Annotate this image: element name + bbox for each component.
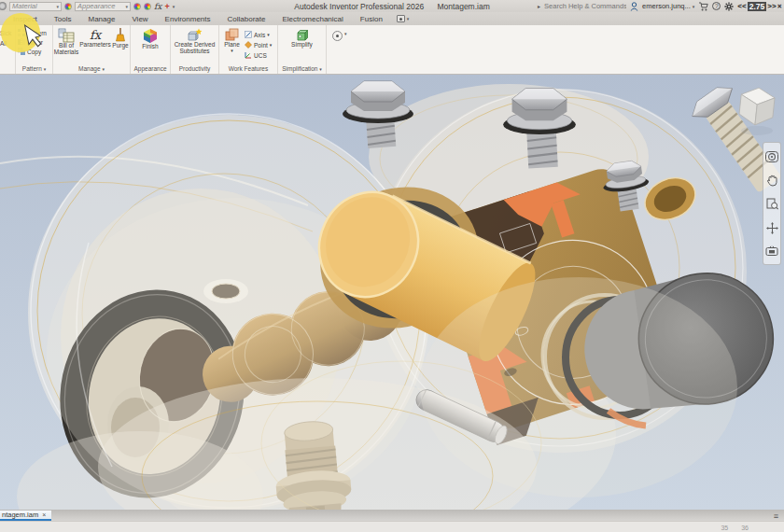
- view-cube-shadow: [741, 126, 773, 135]
- finish-icon: [142, 28, 159, 44]
- appearance-combo[interactable]: Appearance ▾: [75, 2, 131, 11]
- manage-panel-label[interactable]: Manage ▾: [53, 65, 130, 72]
- axis-button[interactable]: Axis ▾: [245, 30, 272, 39]
- occurrence-counts: 35 36: [721, 525, 749, 531]
- zoom-icon[interactable]: [766, 198, 778, 210]
- status-bar: 35 36: [0, 521, 784, 532]
- work-features-panel-label: Work Features: [219, 65, 277, 72]
- chevron-down-icon: ▾: [693, 4, 695, 9]
- relationships-panel: Sick All: [0, 25, 16, 74]
- quick-access-toolbar: Material ▾ Appearance ▾ fx + ▾: [0, 2, 175, 11]
- mirror-button[interactable]: Mirror: [16, 37, 52, 47]
- speed-close-icon[interactable]: ✕: [777, 3, 782, 10]
- document-tab-label: ntagem.iam: [2, 511, 38, 519]
- collapse-search-icon[interactable]: ▸: [538, 3, 540, 9]
- document-tab-active[interactable]: ntagem.iam ×: [0, 511, 51, 521]
- tab-list-menu-icon[interactable]: ≡: [774, 511, 778, 521]
- user-icon: [630, 2, 638, 11]
- speed-down-button[interactable]: <<: [737, 2, 746, 10]
- productivity-panel: Create Derived Substitutes Productivity: [171, 25, 219, 74]
- pan-hand-icon[interactable]: [766, 175, 778, 187]
- navigation-wheel-icon[interactable]: [765, 150, 778, 163]
- tab-close-icon[interactable]: ×: [42, 511, 46, 518]
- ucs-button[interactable]: UCS: [245, 50, 272, 60]
- pattern-icon: [18, 29, 25, 36]
- tab-collaborate[interactable]: Collaborate: [219, 12, 274, 25]
- chevron-down-icon: ▾: [56, 4, 59, 9]
- ribbon-display-icon: [397, 15, 405, 22]
- look-at-icon[interactable]: [765, 245, 778, 257]
- derived-substitutes-icon: [187, 28, 203, 42]
- speed-up-button[interactable]: >>: [767, 2, 776, 10]
- chevron-down-icon: ▾: [407, 16, 410, 21]
- appearance-panel: Finish Appearance: [131, 25, 171, 74]
- purge-broom-icon: [115, 28, 126, 43]
- tab-electromechanical[interactable]: Electromechanical: [273, 12, 351, 25]
- user-menu[interactable]: emerson.junq... ▾: [642, 2, 694, 10]
- product-title: Autodesk Inventor Professional 2026: [294, 2, 424, 11]
- copy-icon: [18, 48, 25, 55]
- adjust-color-icon[interactable]: [133, 3, 141, 10]
- plane-icon: [225, 28, 240, 42]
- point-button[interactable]: Point ▾: [245, 40, 272, 49]
- tab-fusion[interactable]: Fusion: [352, 12, 391, 25]
- point-icon: [245, 41, 252, 49]
- pattern-panel-label[interactable]: Pattern ▾: [16, 65, 52, 72]
- add-icon[interactable]: +: [164, 2, 169, 11]
- show-sick-button[interactable]: Sick: [0, 28, 15, 38]
- playback-speed-control: << 2.75 >> ✕: [737, 2, 782, 11]
- model-viewport[interactable]: [0, 75, 784, 510]
- assembly-scene: [0, 75, 784, 510]
- gear-icon[interactable]: [724, 2, 734, 11]
- work-features-panel: Plane ▾ Axis ▾ Point ▾ UCS Work Features: [219, 25, 278, 74]
- chevron-down-icon: ▾: [125, 4, 128, 9]
- material-combo-value: Material: [12, 2, 37, 10]
- qat-customize-caret-icon[interactable]: ▾: [173, 4, 175, 9]
- pattern-panel: Pattern Mirror Copy Pattern ▾: [16, 25, 53, 74]
- store-cart-icon[interactable]: [698, 2, 708, 11]
- titlebar-right-cluster: ▸ emerson.junq... ▾ ? <<: [538, 0, 782, 12]
- simplification-panel: Simplify Simplification ▾: [278, 25, 327, 74]
- document-tab-bar: ntagem.iam × ≡: [0, 510, 784, 521]
- speed-value-badge: 2.75: [748, 2, 767, 11]
- clear-appearance-icon[interactable]: [144, 3, 151, 10]
- tab-environments[interactable]: Environments: [157, 12, 219, 25]
- parameters-icon: fx: [90, 28, 101, 42]
- parameters-fx-icon[interactable]: fx: [154, 2, 161, 11]
- ribbon-tab-bar: Inspect Tools Manage View Environments C…: [0, 12, 784, 25]
- title-bar: Autodesk Inventor Professional 2026 Mont…: [0, 0, 784, 12]
- bill-of-materials-icon: [58, 28, 75, 43]
- panel-options-button[interactable]: ▾: [327, 25, 347, 74]
- axis-icon: [245, 31, 252, 38]
- ribbon: Sick All Pattern Mirror Copy Pattern ▾: [0, 25, 784, 75]
- tab-inspect[interactable]: Inspect: [0, 12, 46, 25]
- simplification-panel-label[interactable]: Simplification ▾: [278, 65, 326, 72]
- user-name: emerson.junq...: [642, 2, 691, 10]
- simplify-icon: [295, 28, 310, 42]
- panel-options-icon: [332, 31, 343, 41]
- manage-panel: Bill of Materials fx Parameters Purge Ma…: [53, 25, 131, 74]
- copy-button[interactable]: Copy: [16, 47, 52, 56]
- search-input[interactable]: [544, 2, 626, 10]
- appearance-combo-value: Appearance: [77, 2, 115, 10]
- view-cube[interactable]: [735, 84, 778, 138]
- app-icon[interactable]: [0, 2, 7, 10]
- color-wheel-icon[interactable]: [64, 3, 72, 10]
- appearance-panel-label: Appearance: [131, 65, 170, 72]
- tab-manage[interactable]: Manage: [79, 12, 123, 25]
- material-combo[interactable]: Material ▾: [9, 2, 62, 11]
- mirror-icon: [18, 38, 25, 46]
- tab-tools[interactable]: Tools: [46, 12, 80, 25]
- productivity-panel-label: Productivity: [171, 65, 218, 72]
- help-icon[interactable]: ?: [712, 2, 721, 10]
- navigation-bar: [763, 142, 781, 265]
- orbit-icon[interactable]: [766, 222, 778, 234]
- hide-all-button[interactable]: All: [0, 38, 15, 49]
- ucs-icon: [245, 51, 252, 59]
- document-title: Montagem.iam: [438, 2, 490, 11]
- ribbon-display-toggle[interactable]: ▾: [397, 15, 410, 22]
- tab-view[interactable]: View: [123, 12, 156, 25]
- help-search[interactable]: [544, 2, 626, 10]
- pattern-button[interactable]: Pattern: [16, 28, 52, 37]
